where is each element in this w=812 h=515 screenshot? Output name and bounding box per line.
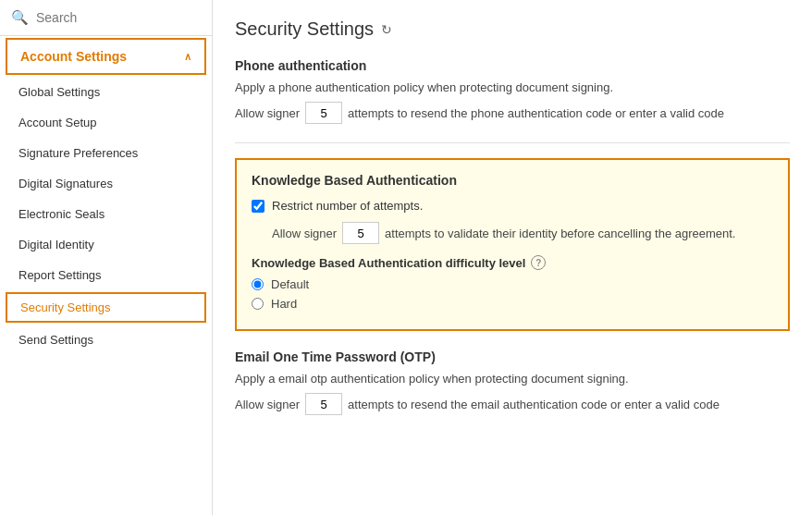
otp-attempts-row: Allow signer attempts to resend the emai… [235, 393, 790, 415]
kba-option-default: Default [252, 277, 773, 291]
page-title: Security Settings [235, 18, 374, 40]
kba-title: Knowledge Based Authentication [252, 173, 773, 188]
phone-auth-row: Allow signer attempts to resend the phon… [235, 102, 790, 124]
kba-radio-hard[interactable] [252, 298, 264, 310]
kba-option-hard: Hard [252, 297, 773, 311]
kba-radio-default[interactable] [252, 278, 264, 290]
phone-allow-prefix: Allow signer [235, 106, 300, 120]
kba-option-hard-label: Hard [271, 297, 297, 311]
sidebar-item-digital-identity[interactable]: Digital Identity [0, 229, 212, 260]
sidebar-item-global-settings[interactable]: Global Settings [0, 77, 212, 107]
kba-restrict-label: Restrict number of attempts. [272, 199, 423, 213]
otp-attempts-input[interactable] [305, 393, 342, 415]
search-box: 🔍 [0, 0, 212, 36]
otp-allow-prefix: Allow signer [235, 398, 300, 411]
phone-auth-title: Phone authentication [235, 58, 790, 73]
kba-option-default-label: Default [271, 277, 309, 291]
refresh-icon[interactable]: ↻ [381, 22, 392, 37]
otp-title: Email One Time Password (OTP) [235, 349, 790, 364]
sidebar-item-account-setup[interactable]: Account Setup [0, 107, 212, 138]
sidebar-item-digital-signatures[interactable]: Digital Signatures [0, 168, 212, 199]
chevron-up-icon: ∧ [184, 51, 191, 63]
phone-auth-desc: Apply a phone authentication policy when… [235, 80, 790, 94]
sidebar-item-send-settings[interactable]: Send Settings [0, 325, 212, 355]
kba-attempts-row: Allow signer attempts to validate their … [272, 222, 773, 244]
sidebar: 🔍 Account Settings ∧ Global Settings Acc… [0, 0, 213, 515]
kba-restrict-row: Restrict number of attempts. [252, 199, 773, 213]
phone-allow-suffix: attempts to resend the phone authenticat… [348, 106, 724, 120]
kba-attempts-input[interactable] [342, 222, 379, 244]
phone-auth-section: Phone authentication Apply a phone authe… [235, 58, 790, 124]
search-icon: 🔍 [11, 9, 29, 26]
kba-difficulty-title: Knowledge Based Authentication difficult… [252, 255, 773, 270]
sidebar-item-security-settings[interactable]: Security Settings [6, 292, 206, 323]
kba-restrict-checkbox[interactable] [252, 200, 265, 213]
help-icon[interactable]: ? [531, 255, 546, 270]
sidebar-item-account-settings[interactable]: Account Settings ∧ [6, 38, 206, 75]
kba-allow-prefix: Allow signer [272, 227, 337, 240]
main-content: Security Settings ↻ Phone authentication… [213, 0, 812, 515]
phone-attempts-input[interactable] [305, 102, 342, 124]
kba-allow-suffix: attempts to validate their identity befo… [385, 227, 735, 240]
kba-difficulty-section: Knowledge Based Authentication difficult… [252, 255, 773, 311]
page-title-row: Security Settings ↻ [235, 18, 790, 40]
sidebar-subnav: Global Settings Account Setup Signature … [0, 77, 212, 355]
sidebar-item-report-settings[interactable]: Report Settings [0, 260, 212, 290]
search-input[interactable] [36, 10, 201, 25]
otp-allow-suffix: attempts to resend the email authenticat… [348, 398, 720, 411]
sidebar-item-electronic-seals[interactable]: Electronic Seals [0, 199, 212, 229]
kba-section: Knowledge Based Authentication Restrict … [235, 158, 790, 331]
otp-section: Email One Time Password (OTP) Apply a em… [235, 349, 790, 415]
divider-1 [235, 142, 790, 143]
otp-desc: Apply a email otp authentication policy … [235, 372, 790, 386]
account-settings-label: Account Settings [20, 49, 127, 64]
sidebar-item-signature-preferences[interactable]: Signature Preferences [0, 138, 212, 168]
